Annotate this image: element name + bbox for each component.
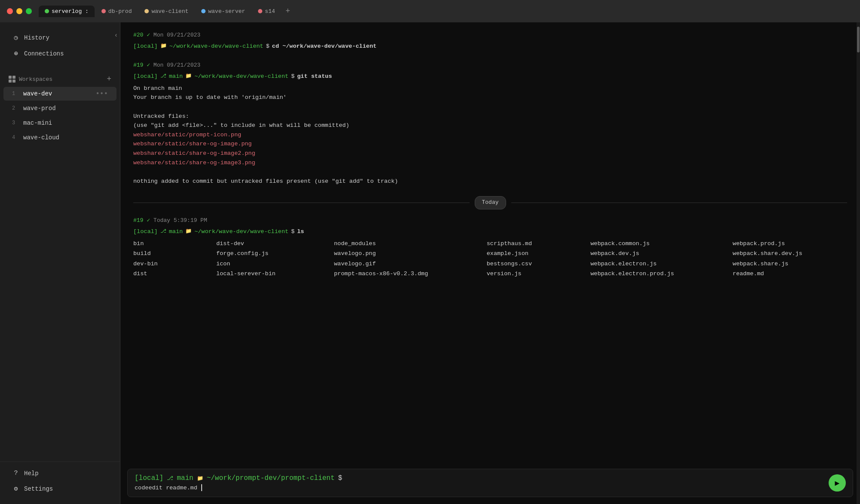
workspace-item-wave-cloud[interactable]: 4 wave-cloud ••• [3,131,117,144]
untracked-file: webshare/static/share-og-image2.png [133,149,847,158]
terminal-input-bar[interactable]: [local] ⎇ main 📁 ~/work/prompt-dev/promp… [127,469,853,497]
ls-file: readme.md [733,269,847,279]
ls-output: bindist-devnode_modulesscripthaus.mdwebp… [133,239,847,279]
tab-db-prod[interactable]: db-prod [95,6,138,17]
cmd-header-today: #19 ✓ Today 5:39:19 PM [133,216,847,225]
cmd-header-2: #19 ✓ Mon 09/21/2023 [133,61,847,70]
ls-file: local-serever-bin [216,269,320,279]
prompt-path-today: ~/work/wave-dev/wave-client [194,227,289,237]
ls-file: bestsongs.csv [487,259,577,269]
ls-file: wavelogo.gif [334,259,473,269]
workspace-menu-icon[interactable]: ••• [95,90,108,98]
tab-dot-wave-server [201,9,206,13]
ls-file: webpack.dev.js [590,249,719,258]
scrollbar-track[interactable] [857,22,860,504]
workspace-item-mac-mini[interactable]: 3 mac-mini ••• [3,116,117,130]
untracked-file: webshare/static/share-og-image3.png [133,158,847,168]
ls-file: dist-dev [216,239,320,249]
ls-file: webpack.electron.prod.js [590,269,719,279]
workspaces-title: Workspaces [9,76,52,83]
cmd-prompt-1: [local] 📁 ~/work/wave-dev/wave-client $ … [133,42,847,51]
sidebar-item-settings[interactable]: ⚙Settings [3,481,117,496]
ls-file: version.js [487,269,577,279]
sidebar-item-help[interactable]: ?Help [3,466,117,480]
cmd-text-1: cd ~/work/wave-dev/wave-client [272,42,377,51]
ls-file: build [133,249,203,258]
cmd-header-1: #20 ✓ Mon 09/21/2023 [133,31,847,40]
cmd-date-today: Today 5:39:19 PM [154,217,207,224]
tab-wave-client[interactable]: wave-client [138,6,194,17]
cmd-check-today: #19 ✓ [133,217,150,224]
input-command[interactable]: codeedit readme.md [135,484,824,492]
untracked-file: webshare/static/share-og-image.png [133,139,847,149]
tabs-area: serverlog :db-prodwave-clientwave-server… [39,5,853,17]
workspaces-header: Workspaces + [0,72,120,86]
git-nothing-line: nothing added to commit but untracked fi… [133,177,847,186]
add-workspace-button[interactable]: + [107,75,111,83]
today-divider: Today [133,196,847,209]
input-prompt-line: [local] ⎇ main 📁 ~/work/prompt-dev/promp… [135,474,824,482]
workspace-name: wave-prod [23,105,91,112]
maximize-button[interactable] [26,8,32,14]
git-branch-line: On branch main [133,84,847,93]
tab-label-serverlog: serverlog : [52,8,89,15]
workspace-num: 3 [12,120,19,126]
terminal-content[interactable]: #20 ✓ Mon 09/21/2023 [local] 📁 ~/work/wa… [120,22,860,465]
prompt-path-1: ~/work/wave-dev/wave-client [169,42,264,51]
dollar-1: $ [266,42,269,51]
workspace-list: 1 wave-dev ••• 2 wave-prod ••• 3 mac-min… [0,87,120,144]
git-blank2 [133,167,847,177]
input-folder-icon: 📁 [197,475,203,482]
dollar-2: $ [291,72,295,81]
input-path: ~/work/prompt-dev/prompt-client [207,474,335,482]
workspaces-section: Workspaces + 1 wave-dev ••• 2 wave-prod … [0,69,120,149]
ls-file: bin [133,239,203,249]
close-button[interactable] [7,8,13,14]
input-cmd-text: codeedit readme.md [135,485,197,491]
sidebar-nav: ◷History⊕Connections [0,22,120,69]
input-cursor [201,484,202,491]
tab-dot-wave-client [144,9,149,13]
ls-file: webpack.common.js [590,239,719,249]
git-status-output: On branch main Your branch is up to date… [133,84,847,186]
cmd-date-1: Mon 09/21/2023 [154,32,200,38]
ls-file: webpack.electron.js [590,259,719,269]
cmd-text-today: ls [297,227,304,237]
branch-name-today: main [169,227,183,237]
tab-label-s14: s14 [265,8,275,15]
sidebar-item-history[interactable]: ◷History [3,30,117,45]
branch-icon-today: ⎇ [160,227,166,236]
workspace-item-wave-dev[interactable]: 1 wave-dev ••• [3,87,117,101]
workspace-name: wave-cloud [23,134,91,141]
scrollbar-thumb[interactable] [857,27,860,52]
new-tab-button[interactable]: + [282,5,294,17]
titlebar: serverlog :db-prodwave-clientwave-server… [0,0,860,22]
divider-line-right [511,203,848,203]
prompt-path-2: ~/work/wave-dev/wave-client [194,72,289,81]
ls-file: node_modules [334,239,473,249]
ls-file: webpack.prod.js [733,239,847,249]
ls-file: forge.config.js [216,249,320,258]
sidebar-label-history: History [24,34,49,41]
sidebar-item-connections[interactable]: ⊕Connections [3,46,117,61]
ls-file: scripthaus.md [487,239,577,249]
input-prompt-local: [local] [135,474,163,482]
tab-label-wave-server: wave-server [208,8,245,15]
tab-dot-db-prod [101,9,106,13]
send-icon: ▶ [835,478,840,488]
input-branch-icon: ⎇ [167,475,173,482]
git-untracked-header: Untracked files: [133,112,847,121]
ls-file: dev-bin [133,259,203,269]
git-untracked-hint: (use "git add <file>..." to include in w… [133,121,847,130]
workspace-name: mac-mini [23,120,91,126]
send-button[interactable]: ▶ [829,474,846,492]
main-layout: ◷History⊕Connections Workspaces + 1 wave… [0,22,860,504]
workspace-item-wave-prod[interactable]: 2 wave-prod ••• [3,101,117,115]
cmd-prompt-2: [local] ⎇ main 📁 ~/work/wave-dev/wave-cl… [133,72,847,81]
sidebar-collapse-button[interactable]: ‹ [111,30,121,40]
tab-label-db-prod: db-prod [108,8,132,15]
tab-s14[interactable]: s14 [252,6,281,17]
minimize-button[interactable] [16,8,22,14]
tab-serverlog[interactable]: serverlog : [39,6,95,17]
tab-wave-server[interactable]: wave-server [195,6,251,17]
